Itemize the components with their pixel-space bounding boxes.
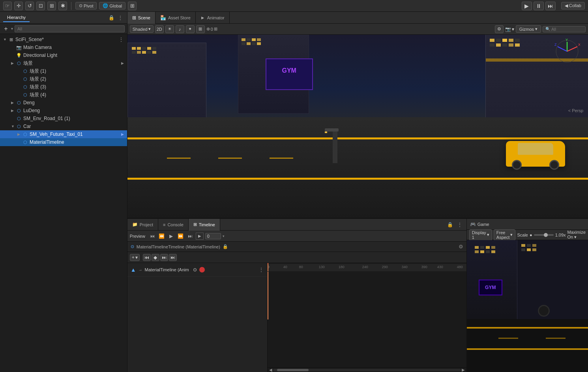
- tl-dropdown-arrow[interactable]: ▾: [223, 234, 225, 238]
- tree-item-sm-veh[interactable]: ▶ ⬡ SM_Veh_Future_Taxi_01 ▶: [0, 130, 127, 138]
- tree-item-scene-4[interactable]: ▶ ⬡ 场景 (3): [0, 83, 127, 91]
- filepath-gear-icon[interactable]: ⚙: [459, 244, 463, 250]
- tl-time-input[interactable]: [205, 233, 221, 239]
- road-dash-3: [270, 158, 293, 159]
- tl-next-key[interactable]: ⏭: [160, 254, 168, 261]
- scene1-label: 场景: [23, 60, 121, 67]
- layers-icon: ⊕: [206, 26, 210, 32]
- light-bulb: [325, 132, 327, 133]
- move-tool[interactable]: ✛: [14, 2, 23, 10]
- hierarchy-tab-label: Hierarchy: [7, 15, 26, 20]
- scene-fx-btn[interactable]: ✦: [186, 25, 195, 33]
- tl-scroll-left[interactable]: ◀: [268, 368, 273, 372]
- tree-item-deng[interactable]: ▶ ⬡ Deng: [0, 99, 127, 107]
- asset-store-tab[interactable]: 🏪 Asset Store: [155, 12, 196, 24]
- hierarchy-add-button[interactable]: +: [2, 25, 9, 32]
- layers-label: 0: [211, 27, 213, 32]
- track-context-menu[interactable]: ⋮: [258, 267, 264, 273]
- tree-item-car[interactable]: ▼ ⬡ Car: [0, 122, 127, 130]
- timeline-scrollbar[interactable]: ◀ ▶: [268, 367, 466, 372]
- window: [142, 47, 146, 50]
- aspect-dropdown[interactable]: Free Aspect ▾: [494, 229, 516, 240]
- pivot-label: Pivot: [84, 4, 93, 8]
- tl-add-key[interactable]: ◆: [152, 254, 159, 261]
- timeline-ruler[interactable]: 0 40 80 130 180 240 290 340 390 430 480: [268, 264, 466, 272]
- tree-item-scene-5[interactable]: ▶ ⬡ 场景 (4): [0, 91, 127, 99]
- rotate-tool[interactable]: ↺: [25, 2, 34, 10]
- track-record-btn[interactable]: [199, 267, 205, 272]
- hierarchy-menu-icon[interactable]: ⋮: [117, 14, 124, 21]
- bottom-content: 📁 Project ≡ Console ⊞ Timeline 🔒: [127, 219, 588, 372]
- maximize-btn[interactable]: Maximize On ▾: [567, 230, 586, 240]
- grid-tool[interactable]: ⊞: [128, 2, 137, 10]
- transform-tool[interactable]: ✱: [58, 2, 67, 10]
- scene-tabs: ⊞ Scene 🏪 Asset Store ► Animator: [127, 12, 588, 24]
- tree-item-scene-2[interactable]: ▶ ⬡ 场景 (1): [0, 67, 127, 75]
- hierarchy-search-input[interactable]: [15, 25, 125, 32]
- tl-prev-btn[interactable]: ⏪: [158, 233, 166, 240]
- scale-slider[interactable]: [534, 234, 554, 236]
- scene-lighting-btn[interactable]: ☀: [165, 25, 174, 33]
- tree-item-scifi-scene[interactable]: ▼ ⊞ SciFi_Scene* ⋮: [0, 36, 127, 43]
- gizmos-btn[interactable]: Gizmos ▾: [516, 25, 541, 33]
- scene-settings-icon[interactable]: ⚙: [495, 25, 504, 33]
- timeline-menu-icon[interactable]: ⋮: [456, 221, 463, 228]
- taxi-car: [506, 141, 565, 167]
- tl-scroll-thumb[interactable]: [277, 369, 309, 371]
- tl-scroll-track[interactable]: [273, 369, 461, 371]
- pivot-button[interactable]: ⊙ Pivot: [75, 2, 97, 9]
- hierarchy-lock-icon[interactable]: 🔒: [108, 14, 115, 21]
- tl-end-key[interactable]: ⏭: [169, 254, 177, 261]
- hierarchy-tab[interactable]: Hierarchy: [3, 13, 30, 22]
- rect-tool[interactable]: ⊞: [47, 2, 56, 10]
- svg-line-5: [558, 47, 567, 51]
- mode-2d-btn[interactable]: 2D: [155, 25, 164, 33]
- scene-tab[interactable]: ⊞ Scene: [127, 12, 155, 24]
- tl-skip-back-btn[interactable]: ⏮: [148, 233, 156, 240]
- tl-record-mode-btn[interactable]: ▶: [196, 233, 204, 240]
- animator-tab[interactable]: ► Animator: [196, 12, 230, 24]
- tree-item-ludeng[interactable]: ▶ ⬡ LuDeng: [0, 107, 127, 115]
- tl-prev-key[interactable]: ⏮: [143, 254, 151, 261]
- scene-audio-btn[interactable]: ♪: [176, 25, 184, 33]
- tree-item-material-timeline[interactable]: ▶ ⬡ MaterialTimeline: [0, 138, 127, 146]
- tree-item-main-camera[interactable]: ▶ 📷 Main Camera: [0, 43, 127, 51]
- collab-button[interactable]: ◀ Collab: [561, 2, 585, 9]
- scene-search-input[interactable]: [551, 27, 583, 32]
- tl-next-btn[interactable]: ⏩: [177, 233, 185, 240]
- scene-camera-dropdown[interactable]: 📷 ▾: [505, 26, 514, 32]
- scene-search: 🔍: [543, 26, 586, 32]
- pause-button[interactable]: ⏸: [534, 2, 544, 10]
- timeline-area: 📁 Project ≡ Console ⊞ Timeline 🔒: [127, 219, 467, 372]
- scene-grid-btn[interactable]: ⊞: [196, 25, 205, 33]
- game-tab[interactable]: 🎮 Game: [470, 222, 489, 227]
- obj-icon-mat-tl: ⬡: [22, 139, 28, 145]
- tree-item-dir-light[interactable]: ▶ 💡 Directional Light: [0, 51, 127, 59]
- filepath-lock-icon: 🔒: [223, 244, 228, 249]
- tl-skip-fwd-btn[interactable]: ⏭: [186, 233, 194, 240]
- scale-thumb[interactable]: [544, 233, 548, 237]
- hand-tool[interactable]: ☞: [3, 2, 12, 10]
- search-dropdown[interactable]: ▾: [11, 26, 13, 31]
- gwin: [475, 250, 479, 253]
- scifi-scene-menu[interactable]: ⋮: [118, 36, 124, 43]
- step-button[interactable]: ⏭: [545, 2, 556, 10]
- scale-tool[interactable]: ⊡: [36, 2, 45, 10]
- tree-item-sm-env[interactable]: ▶ ⬡ SM_Env_Road_01 (1): [0, 115, 127, 122]
- tree-item-scene-3[interactable]: ▶ ⬡ 场景 (2): [0, 75, 127, 83]
- tl-add-track[interactable]: + ▾: [130, 254, 140, 261]
- gwin: [486, 250, 490, 253]
- tl-play-btn[interactable]: ▶: [167, 233, 175, 240]
- display-dropdown[interactable]: Display 1 ▾: [469, 229, 492, 240]
- global-button[interactable]: 🌐 Global: [99, 2, 125, 9]
- tree-item-scene-1[interactable]: ▶ ⬡ 场景 ▶: [0, 59, 127, 67]
- tl-scroll-right[interactable]: ▶: [461, 368, 466, 372]
- timeline-tab[interactable]: ⊞ Timeline: [189, 219, 220, 231]
- console-tab[interactable]: ≡ Console: [158, 219, 189, 231]
- shading-dropdown[interactable]: Shaded ▾: [130, 25, 154, 33]
- timeline-lock-icon[interactable]: 🔒: [447, 221, 454, 228]
- ludeng-label: LuDeng: [23, 108, 124, 113]
- window: [147, 47, 151, 50]
- play-button[interactable]: ▶: [522, 2, 532, 10]
- project-tab[interactable]: 📁 Project: [127, 219, 158, 231]
